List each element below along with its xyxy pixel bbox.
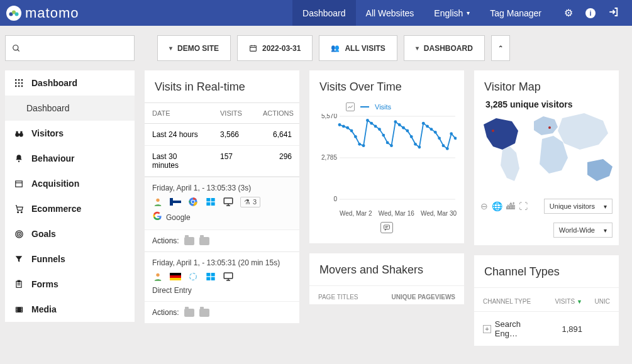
caret-down-icon: ▾	[416, 45, 419, 52]
people-icon: 👥	[331, 44, 340, 52]
svg-point-84	[378, 128, 381, 131]
sidebar-item-dashboard[interactable]: Dashboard	[5, 70, 135, 96]
folder-icon[interactable]	[184, 309, 194, 317]
sidebar-item-label: Dashboard	[31, 78, 77, 88]
metric-dropdown-label: Unique visitors	[550, 202, 595, 210]
svg-point-95	[422, 122, 425, 125]
search-input[interactable]	[5, 35, 135, 61]
col-visits-label: VISITS	[555, 298, 575, 305]
action-count-badge: ⚗3	[240, 197, 260, 207]
caret-down-icon: ▾	[604, 227, 607, 234]
svg-rect-61	[206, 273, 210, 276]
sidebar-item-behaviour[interactable]: Behaviour	[5, 146, 135, 171]
visit-log-item[interactable]: Friday, April 1, - 13:05:33 (3s) ⚗3 Goog…	[145, 177, 299, 229]
sidebar-item-forms[interactable]: Forms	[5, 272, 135, 297]
channel-visits: 1,891	[545, 324, 582, 334]
realtime-title: Visits in Real-time	[145, 70, 299, 102]
folder-icon[interactable]	[184, 237, 194, 245]
nav-dashboard[interactable]: Dashboard	[292, 0, 356, 26]
sidebar-item-label: Media	[31, 304, 57, 314]
control-bar: ▾DEMO SITE 2022-03-31 👥 ALL VISITS ▾DASH…	[0, 26, 632, 70]
flag-icon	[170, 271, 181, 282]
channel-label: Search Eng…	[495, 319, 545, 338]
sidebar-item-label: Goals	[31, 229, 56, 239]
svg-rect-63	[206, 277, 210, 280]
svg-point-78	[354, 135, 357, 138]
region-dropdown-label: World-Wide	[559, 226, 595, 234]
svg-point-2	[15, 12, 19, 16]
dashboard-selector[interactable]: ▾DASHBOARD	[404, 35, 485, 61]
metric-picker-icon[interactable]	[346, 102, 355, 111]
google-icon	[152, 211, 162, 223]
sidebar-subitem-dashboard[interactable]: Dashboard	[5, 96, 135, 121]
legend-line-icon	[360, 106, 369, 108]
brand-logo[interactable]: matomo	[0, 5, 79, 21]
folder-icon[interactable]	[199, 309, 209, 317]
svg-rect-65	[224, 273, 233, 279]
channels-header: CHANNEL TYPE VISITS▼ UNIC	[474, 287, 619, 311]
visit-time: Friday, April 1, - 13:05:31 (20 min 15s)	[152, 258, 292, 267]
sidebar-item-media[interactable]: Media	[5, 297, 135, 322]
flask-icon: ⚗	[244, 198, 250, 206]
rt-actions: 296	[255, 146, 299, 176]
globe-icon[interactable]: 🌐	[492, 201, 502, 211]
caret-down-icon: ▾	[169, 45, 172, 52]
fullscreen-icon[interactable]: ⛶	[519, 201, 528, 211]
visit-log-item[interactable]: Friday, April 1, - 13:05:31 (20 min 15s)…	[145, 251, 299, 301]
svg-text:0: 0	[333, 196, 337, 202]
sidebar-item-acquisition[interactable]: Acquisition	[5, 171, 135, 196]
sidebar-item-visitors[interactable]: Visitors	[5, 121, 135, 146]
svg-point-56	[156, 273, 159, 277]
page-layout: Dashboard Dashboard Visitors Behaviour A…	[0, 70, 632, 346]
metric-dropdown[interactable]: Unique visitors▾	[544, 199, 613, 214]
svg-rect-13	[18, 82, 19, 83]
map-controls: ⊖ 🌐 🏙 ⛶ Unique visitors▾	[474, 199, 619, 220]
browser-icon	[187, 271, 199, 282]
x-tick: Wed, Mar 30	[421, 210, 457, 217]
annotations-icon[interactable]	[380, 222, 393, 233]
svg-rect-39	[21, 307, 21, 308]
film-icon	[14, 305, 24, 314]
svg-point-74	[338, 123, 341, 126]
sidebar-item-label: Ecommerce	[31, 204, 81, 214]
target-icon	[14, 229, 24, 239]
info-icon[interactable]: i	[585, 8, 596, 18]
chart-legend[interactable]: Visits	[346, 102, 457, 111]
line-chart[interactable]: 02,7855,570	[317, 114, 457, 208]
expand-icon[interactable]: +	[483, 325, 491, 333]
logout-icon[interactable]	[608, 6, 619, 20]
x-tick: Wed, Mar 16	[379, 210, 414, 217]
overtime-title: Visits Over Time	[309, 70, 464, 102]
nav-language[interactable]: English▾	[424, 0, 480, 26]
svg-rect-24	[16, 181, 23, 187]
device-desktop-icon	[223, 196, 234, 207]
table-row[interactable]: +Search Eng… 1,891	[474, 311, 619, 346]
folder-icon[interactable]	[199, 237, 209, 245]
date-selector[interactable]: 2022-03-31	[237, 35, 313, 61]
segment-selector[interactable]: 👥 ALL VISITS	[319, 35, 397, 61]
zoom-out-icon[interactable]: ⊖	[480, 201, 488, 211]
sidebar-item-funnels[interactable]: Funnels	[5, 246, 135, 272]
binoculars-icon	[14, 129, 24, 138]
svg-rect-59	[170, 278, 181, 280]
svg-rect-53	[224, 198, 233, 204]
site-selector[interactable]: ▾DEMO SITE	[157, 35, 231, 61]
gear-icon[interactable]: ⚙	[564, 7, 573, 19]
nav-all-websites[interactable]: All Websites	[356, 0, 424, 26]
svg-rect-36	[16, 307, 17, 308]
city-icon[interactable]: 🏙	[506, 201, 515, 211]
world-map[interactable]	[474, 102, 619, 197]
bell-icon	[14, 154, 24, 163]
table-row: Last 30 minutes 157 296	[145, 146, 299, 177]
svg-point-91	[406, 130, 409, 133]
date-selector-label: 2022-03-31	[262, 44, 301, 53]
collapse-up-button[interactable]: ⌃	[491, 35, 510, 61]
nav-tag-manager[interactable]: Tag Manager	[480, 0, 552, 26]
chart-footer	[317, 217, 457, 233]
region-dropdown[interactable]: World-Wide▾	[553, 223, 613, 238]
sidebar-item-label: Funnels	[31, 254, 65, 264]
sidebar-item-ecommerce[interactable]: Ecommerce	[5, 196, 135, 221]
svg-rect-11	[21, 79, 22, 80]
sidebar-item-goals[interactable]: Goals	[5, 221, 135, 246]
col-visits[interactable]: VISITS▼	[545, 298, 582, 305]
